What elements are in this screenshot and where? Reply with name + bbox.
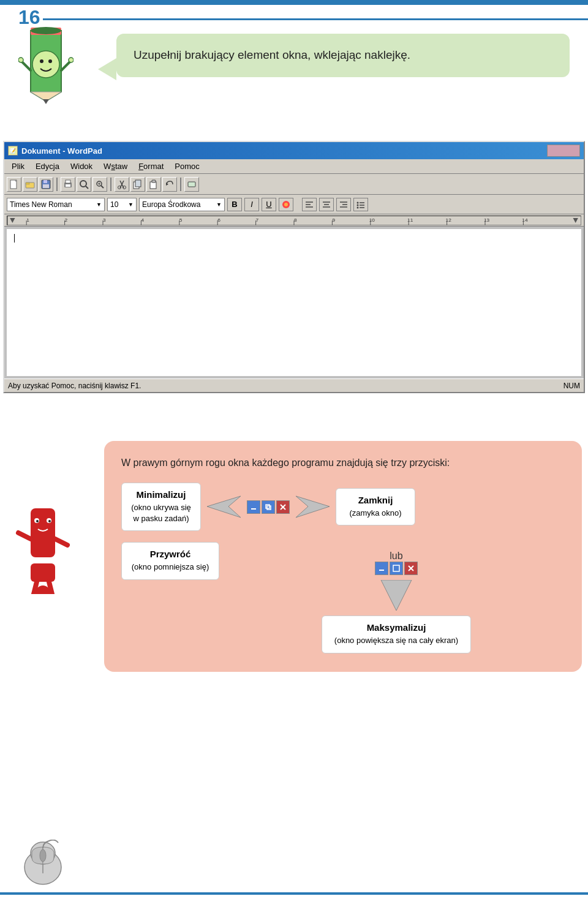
svg-point-22 [80,181,86,187]
minimize-label-box: Minimalizuj (okno ukrywa sięw pasku zada… [121,483,201,531]
svg-point-4 [32,51,59,78]
wordpad-document[interactable] [7,229,581,376]
menu-format-label: Format [138,162,164,171]
red-character [12,502,86,600]
menu-widok[interactable]: Widok [66,160,97,172]
svg-rect-37 [188,182,195,187]
font-size-selector[interactable]: 10 ▼ [107,198,137,211]
svg-text:14: 14 [522,217,528,223]
wordpad-menubar[interactable]: Plik Edycja Widok Wstaw Format Pomoc [4,159,584,174]
svg-rect-34 [150,182,156,189]
svg-point-49 [357,201,359,203]
arrow-down [378,580,415,613]
align-left-button[interactable] [302,198,317,211]
tb-sep3 [180,178,181,191]
svg-line-94 [55,539,67,545]
explanation-intro: W prawym górnym rogu okna każdego progra… [121,456,565,470]
svg-text:4: 4 [141,217,144,223]
menu-format[interactable]: Format [134,160,168,172]
wordpad-title-left: 📝 Dokument - WordPad [8,146,102,156]
tb-extra[interactable] [184,177,199,192]
lub-text: lub [390,551,402,562]
mouse-svg [12,840,74,889]
buttons-row-main: Minimalizuj (okno ukrywa sięw pasku zada… [121,483,565,531]
wordpad-app-icon: 📝 [8,146,18,156]
svg-text:10: 10 [369,217,375,223]
svg-line-8 [21,61,31,70]
speech-bubble-text: Uzupełnij brakujący element okna, wkleja… [134,48,410,61]
tb-print[interactable] [61,177,75,192]
svg-rect-18 [43,184,49,188]
font-selector[interactable]: Times New Roman ▼ [7,198,105,211]
svg-rect-106 [393,565,399,571]
bullet-button[interactable] [353,198,368,211]
wordpad-titlebar: 📝 Dokument - WordPad [4,142,584,159]
svg-point-53 [357,206,359,208]
arrow-down-svg [378,580,415,611]
tb-open[interactable] [23,177,37,192]
svg-text:5: 5 [179,217,183,223]
maximize-minimize-button[interactable] [375,562,388,575]
wordpad-title: Dokument - WordPad [21,146,102,156]
svg-point-91 [36,520,39,522]
font-size-text: 10 [110,200,126,209]
tb-preview[interactable] [77,177,91,192]
svg-marker-98 [207,496,241,517]
wordpad-ruler: 1 2 3 4 5 6 7 8 9 10 11 [4,214,584,227]
svg-text:9: 9 [332,217,335,223]
bold-button[interactable]: B [227,198,242,211]
statusbar-help-text: Aby uzyskać Pomoc, naciśnij klawisz F1. [8,382,141,390]
color-button[interactable] [279,198,293,211]
svg-text:3: 3 [103,217,106,223]
svg-marker-56 [10,218,15,223]
explanation-box: W prawym górnym rogu okna każdego progra… [104,441,582,672]
svg-point-113 [40,849,46,862]
align-center-button[interactable] [319,198,334,211]
lang-dropdown-arrow: ▼ [216,201,222,208]
svg-marker-109 [381,580,412,611]
tb-new[interactable] [7,177,21,192]
menu-edycja[interactable]: Edycja [31,160,64,172]
font-name-text: Times New Roman [10,200,94,209]
svg-marker-2 [43,99,49,104]
restore-title: Przywróć [130,549,210,559]
window-controls-group[interactable] [247,500,290,514]
tb-paste[interactable] [146,177,161,192]
menu-plik[interactable]: Plik [7,160,29,172]
wordpad-formatbar: Times New Roman ▼ 10 ▼ Europa Środkowa ▼… [4,195,584,214]
maximize-buttons-group[interactable] [375,562,418,575]
svg-marker-104 [296,496,330,517]
mouse-character [12,840,74,889]
italic-button[interactable]: I [244,198,259,211]
svg-text:7: 7 [256,217,259,223]
restore-button[interactable] [262,500,275,514]
svg-rect-101 [267,506,271,510]
tb-find[interactable] [92,177,107,192]
tb-save[interactable] [39,177,53,192]
language-selector[interactable]: Europa Środkowa ▼ [139,198,225,211]
minimize-title: Minimalizuj [130,489,192,500]
close-button[interactable] [276,500,290,514]
maximize-desc: (okno powiększa się na cały ekran) [334,635,458,646]
tb-undo[interactable] [162,177,177,192]
align-right-button[interactable] [336,198,351,211]
tb-cut[interactable] [115,177,129,192]
svg-line-25 [101,186,104,188]
speech-bubble: Uzupełnij brakujący element okna, wkleja… [116,34,570,77]
ruler-bar: 1 2 3 4 5 6 7 8 9 10 11 [7,216,581,225]
svg-rect-17 [43,180,47,183]
maximize-label-box: Maksymalizuj (okno powiększa się na cały… [322,615,471,653]
arrow-left-svg [207,493,241,521]
size-dropdown-arrow: ▼ [128,201,134,208]
bottom-line [0,892,588,895]
tb-copy[interactable] [130,177,145,192]
underline-button[interactable]: U [262,198,276,211]
sticker-placeholder [547,145,580,157]
menu-pomoc[interactable]: Pomoc [170,160,204,172]
maximize-restore-button[interactable] [390,562,403,575]
svg-point-11 [69,58,74,62]
minimize-button[interactable] [247,500,260,514]
maximize-close-button[interactable] [404,562,418,575]
arrow-right-svg [296,493,330,521]
menu-wstaw[interactable]: Wstaw [99,160,132,172]
